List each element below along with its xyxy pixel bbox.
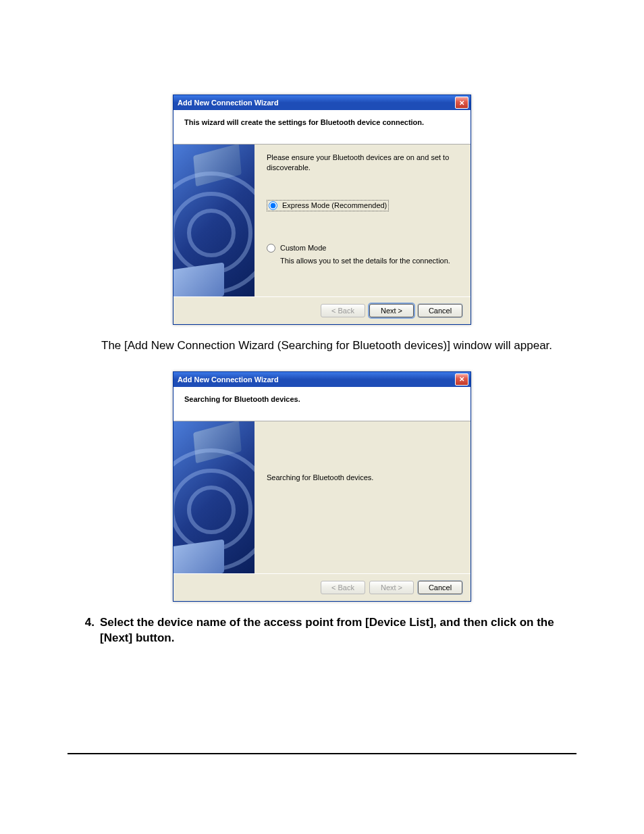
titlebar[interactable]: Add New Connection Wizard ✕ [173,95,471,110]
button-row: < Back Next > Cancel [173,573,471,601]
wizard-illustration [173,145,254,296]
caption-text: The [Add New Connection Wizard (Searchin… [101,338,576,354]
radio-custom-mode[interactable]: Custom Mode [267,244,458,253]
radio-express-input[interactable] [269,201,277,210]
titlebar[interactable]: Add New Connection Wizard ✕ [173,372,471,387]
next-button: Next > [369,581,414,594]
radio-custom-label: Custom Mode [280,244,326,252]
step-text: Select the device name of the access poi… [100,615,576,646]
back-button: < Back [321,304,365,317]
step-number: 4. [80,615,95,646]
searching-message: Searching for Bluetooth devices. [267,473,458,481]
wizard-subheader: Searching for Bluetooth devices. [173,387,471,421]
footer-rule [68,753,576,754]
close-icon[interactable]: ✕ [455,97,468,109]
radio-custom-input[interactable] [267,244,275,253]
cancel-button[interactable]: Cancel [418,581,462,594]
button-row: < Back Next > Cancel [173,296,471,324]
wizard-dialog-mode-select: Add New Connection Wizard ✕ This wizard … [173,95,471,325]
close-icon[interactable]: ✕ [455,373,468,386]
next-button[interactable]: Next > [369,304,414,317]
instruction-text: Please ensure your Bluetooth devices are… [267,153,458,173]
radio-express-label: Express Mode (Recommended) [282,201,387,209]
wizard-dialog-searching: Add New Connection Wizard ✕ Searching fo… [173,371,471,602]
window-title: Add New Connection Wizard [178,375,279,384]
wizard-subheader: This wizard will create the settings for… [173,110,471,145]
step-4: 4. Select the device name of the access … [80,615,576,646]
custom-mode-description: This allows you to set the details for t… [280,257,458,265]
back-button: < Back [321,581,365,594]
cancel-button[interactable]: Cancel [418,304,462,317]
window-title: Add New Connection Wizard [178,99,279,107]
wizard-illustration [173,421,254,573]
radio-express-mode[interactable]: Express Mode (Recommended) [267,200,389,211]
